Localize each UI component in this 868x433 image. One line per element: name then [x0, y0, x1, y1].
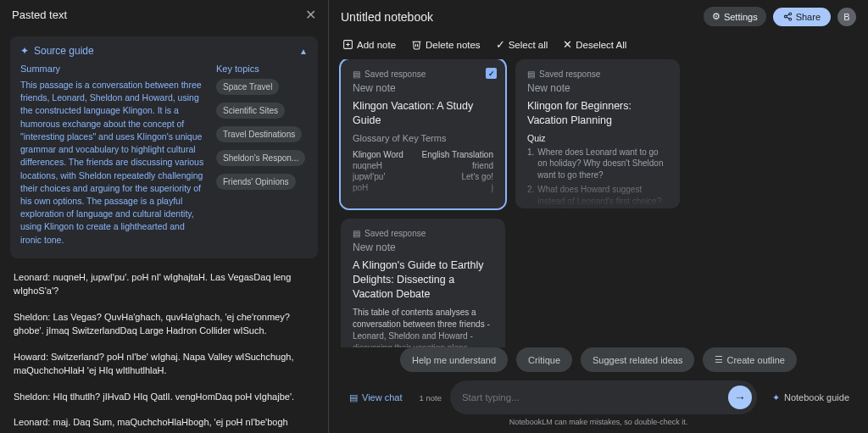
- transcript-line: Sheldon: Las Vegas? QuvHa'ghach, quvHa'g…: [14, 310, 314, 338]
- transcript[interactable]: Leonard: nuqneH, jupwI'pu'. poH nI' wIgh…: [0, 258, 328, 433]
- deselect-all-button[interactable]: ✕ Deselect All: [563, 38, 626, 51]
- quiz-item: 1.Where does Leonard want to go on holid…: [527, 147, 668, 181]
- note-icon: ▤: [527, 69, 535, 79]
- add-note-button[interactable]: Add note: [342, 38, 396, 51]
- note-count: 1 note: [420, 393, 442, 402]
- left-panel-header: Pasted text ✕: [0, 0, 328, 30]
- settings-button[interactable]: ⚙ Settings: [704, 7, 766, 26]
- note-card-earthly-delights[interactable]: ▤ Saved response New note A Klingon's Gu…: [341, 219, 505, 363]
- transcript-line: Leonard: nuqneH, jupwI'pu'. poH nI' wIgh…: [14, 270, 314, 298]
- topic-pill[interactable]: Scientific Sites: [216, 103, 285, 119]
- sparkle-icon: ✦: [20, 45, 29, 57]
- new-note-label: New note: [353, 241, 493, 253]
- glossary-header: Klingon Word English Translation: [353, 150, 493, 159]
- saved-response-label: ▤ Saved response: [527, 69, 668, 79]
- svg-point-0: [789, 13, 792, 15]
- delete-notes-button[interactable]: Delete notes: [411, 38, 481, 51]
- glossary-row: jupwI'pu'Let's go!: [353, 172, 493, 181]
- right-header: Untitled notebook ⚙ Settings Share B: [329, 0, 868, 33]
- topics-label: Key topics: [216, 64, 308, 74]
- chevron-up-icon: ▲: [299, 47, 308, 56]
- chat-input-container: →: [450, 380, 757, 414]
- source-guide-summary: Summary This passage is a conversation b…: [20, 64, 208, 247]
- notebook-title[interactable]: Untitled notebook: [341, 10, 433, 24]
- check-icon: ✓: [496, 38, 505, 51]
- transcript-line: Leonard: maj. Daq Sum, maQuchchoHlaHbogh…: [14, 415, 314, 433]
- svg-line-4: [787, 17, 789, 19]
- note-card-study-guide[interactable]: ✓ ▤ Saved response New note Klingon Vaca…: [341, 59, 505, 208]
- svg-point-2: [789, 18, 792, 20]
- left-panel: Pasted text ✕ ✦ Source guide ▲ Summary T…: [0, 0, 329, 433]
- note-checkbox-icon[interactable]: ✓: [486, 68, 497, 79]
- glossary-row: nuqneHfriend: [353, 161, 493, 170]
- saved-response-label: ▤ Saved response: [353, 69, 493, 79]
- chip-help-understand[interactable]: Help me understand: [400, 347, 508, 372]
- view-chat-button[interactable]: ▤ View chat: [341, 392, 411, 403]
- share-label: Share: [796, 12, 821, 22]
- saved-response-label: ▤ Saved response: [353, 229, 493, 238]
- transcript-line: Sheldon: HIq tlhutlh? jIHvaD HIq QatlI. …: [14, 390, 314, 404]
- note-card-beginners[interactable]: ▤ Saved response New note Klingon for Be…: [515, 59, 680, 208]
- note-icon: ▤: [353, 229, 360, 238]
- quiz-label: Quiz: [527, 133, 668, 143]
- note-title: Klingon for Beginners: Vacation Planning: [527, 99, 668, 128]
- chip-critique[interactable]: Critique: [516, 347, 572, 372]
- gear-icon: ⚙: [712, 11, 721, 22]
- avatar[interactable]: B: [837, 8, 856, 26]
- new-note-label: New note: [353, 82, 493, 94]
- chip-suggest[interactable]: Suggest related ideas: [581, 347, 694, 372]
- x-icon: ✕: [563, 38, 572, 51]
- source-guide-header[interactable]: ✦ Source guide ▲: [20, 45, 308, 57]
- send-button[interactable]: →: [728, 386, 752, 409]
- trash-icon: [411, 39, 422, 50]
- topic-pill[interactable]: Sheldon's Respon...: [216, 150, 305, 166]
- outline-icon: ☰: [715, 354, 723, 365]
- close-icon[interactable]: ✕: [305, 7, 316, 23]
- input-row: ▤ View chat 1 note → ✦ Notebook guide: [341, 380, 856, 414]
- source-guide-label: Source guide: [34, 45, 94, 57]
- svg-point-1: [784, 15, 787, 18]
- topic-pill[interactable]: Friends' Opinions: [216, 174, 296, 190]
- chip-create-outline[interactable]: ☰ Create outline: [703, 347, 797, 372]
- pasted-text-title: Pasted text: [12, 8, 67, 21]
- bottom-bar: Help me understand Critique Suggest rela…: [329, 347, 868, 433]
- topic-pill[interactable]: Travel Destinations: [216, 126, 302, 142]
- key-topics: Key topics Space Travel Scientific Sites…: [216, 64, 308, 247]
- new-note-label: New note: [527, 82, 668, 94]
- topic-pill[interactable]: Space Travel: [216, 79, 279, 95]
- notebook-guide-button[interactable]: ✦ Notebook guide: [765, 392, 856, 403]
- summary-label: Summary: [20, 64, 208, 74]
- quiz-item: 2.What does Howard suggest instead of Le…: [527, 184, 668, 208]
- glossary-row: poHj: [353, 183, 493, 192]
- chat-icon: ▤: [349, 392, 358, 403]
- add-note-icon: [342, 39, 353, 50]
- share-icon: [783, 12, 793, 21]
- chat-input[interactable]: [462, 392, 728, 402]
- arrow-right-icon: →: [734, 391, 746, 404]
- disclaimer: NotebookLM can make mistakes, so double-…: [341, 418, 856, 426]
- suggestion-chips: Help me understand Critique Suggest rela…: [341, 347, 856, 372]
- summary-text: This passage is a conversation between t…: [20, 79, 208, 247]
- share-button[interactable]: Share: [773, 8, 831, 26]
- note-title: Klingon Vacation: A Study Guide: [353, 99, 493, 128]
- sparkle-icon: ✦: [772, 392, 780, 403]
- source-guide: ✦ Source guide ▲ Summary This passage is…: [10, 36, 318, 258]
- notes-toolbar: Add note Delete notes ✓ Select all ✕ Des…: [329, 33, 868, 59]
- select-all-button[interactable]: ✓ Select all: [496, 38, 548, 51]
- transcript-line: Howard: Switzerland? poH nI'be' wIghaj. …: [14, 350, 314, 378]
- settings-label: Settings: [724, 12, 758, 22]
- svg-line-3: [787, 14, 789, 16]
- note-icon: ▤: [353, 69, 360, 79]
- note-title: A Klingon's Guide to Earthly Delights: D…: [353, 258, 493, 302]
- right-panel: Untitled notebook ⚙ Settings Share B Add…: [329, 0, 868, 433]
- note-subtitle: Glossary of Key Terms: [353, 133, 493, 143]
